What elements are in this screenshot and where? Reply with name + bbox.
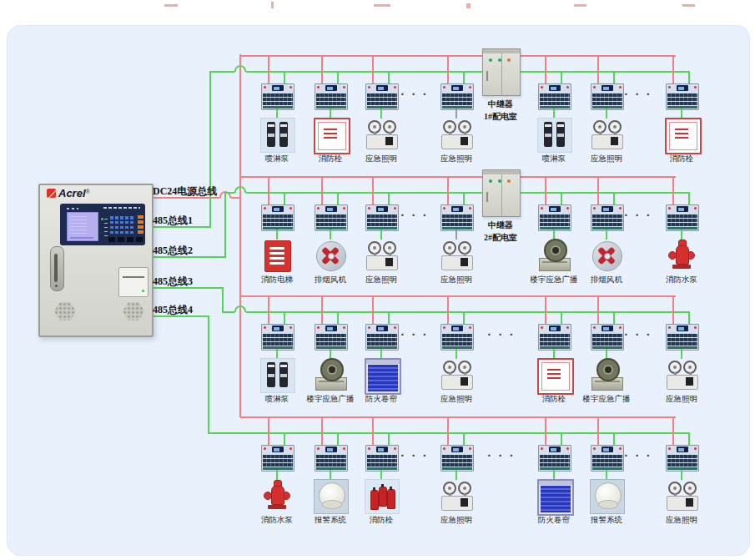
power-module: [440, 445, 474, 472]
ellipsis: · · ·: [620, 448, 657, 462]
green-drop-line: [463, 311, 465, 324]
power-module: [538, 324, 571, 351]
panel-title-text: [103, 207, 140, 209]
repeater-room-label: 2#配电室: [464, 232, 537, 244]
green-drop-line: [561, 71, 562, 83]
red-drop-line: [321, 55, 323, 83]
red-drop-line: [372, 416, 374, 445]
power-module: [666, 83, 699, 110]
screen-artifact: [271, 2, 274, 8]
red-drop-line: [672, 55, 674, 83]
screen-artifact: [164, 4, 178, 7]
acrel-logo: Acrel ®: [47, 189, 90, 200]
diagram-canvas: 喷淋泵消防栓应急照明应急照明喷淋泵应急照明消防栓· · ·· · ·中继器1#配…: [0, 0, 755, 560]
power-module: [261, 445, 294, 472]
printer-slot: [123, 276, 144, 278]
device-label: 防火卷帘: [344, 394, 419, 405]
power-module: [538, 83, 571, 110]
vent-grille: [123, 302, 144, 320]
green-drop-line: [337, 311, 339, 324]
red-drop-line: [545, 176, 546, 204]
screen-artifact: [574, 4, 586, 7]
em-light-icon: [665, 479, 698, 512]
em-light-icon: [665, 358, 698, 391]
lcd-text-lines: [70, 215, 87, 234]
em-light-icon: [440, 358, 473, 391]
device-label: 排烟风机: [569, 275, 644, 285]
device-label: 应急照明: [419, 275, 494, 285]
acrel-logo-icon: [47, 189, 56, 198]
green-drop-line: [388, 192, 390, 204]
repeater-cabinet: [482, 48, 521, 96]
red-drop-line: [597, 55, 599, 83]
power-module: [591, 204, 624, 231]
em-light-icon: [365, 239, 398, 272]
lcd-footer-line: [70, 237, 93, 239]
speaker-icon: [537, 239, 571, 272]
em-light-icon: [440, 479, 473, 512]
extinguisher-icon: [365, 479, 400, 514]
dc24-bus-line: [231, 197, 241, 199]
red-drop-line: [268, 295, 269, 324]
power-monitor-cabinet: Acrel ®: [38, 184, 154, 337]
screen-artifact: [466, 3, 471, 8]
shutter-icon: [537, 479, 574, 516]
green-drop-line: [284, 432, 285, 445]
panel-face-marks: [67, 208, 78, 209]
water-pump-icon: [260, 479, 294, 512]
lcd-screen: [67, 212, 98, 241]
power-module: [315, 204, 348, 231]
ellipsis: · · ·: [396, 87, 433, 101]
handle-slot: [54, 254, 58, 282]
brand-name: Acrel: [58, 189, 86, 199]
red-drop-line: [447, 416, 449, 445]
panel-face: [60, 204, 145, 245]
ellipsis: · · ·: [620, 327, 657, 341]
red-drop-line: [268, 176, 269, 204]
device-label: 报警系统: [569, 515, 644, 526]
hydrant-box-icon: [537, 358, 574, 395]
ellipsis: · · ·: [396, 448, 433, 462]
power-led: [101, 218, 103, 220]
green-drop-line: [561, 311, 562, 324]
power-module: [315, 83, 348, 110]
row-green-bus-line: [246, 192, 690, 194]
device-label: 应急照明: [644, 515, 719, 526]
indicator-labels: [104, 216, 108, 236]
green-drop-line: [284, 192, 285, 204]
bus-label-485-4: 485总线4: [153, 303, 193, 317]
pump-icon: [260, 358, 295, 393]
pump-icon: [537, 118, 572, 153]
green-drop-line: [463, 432, 465, 445]
green-drop-line: [337, 192, 339, 204]
red-drop-line: [321, 295, 323, 324]
green-drop-line: [613, 192, 615, 204]
red-drop-line: [597, 295, 599, 324]
device-label: 应急照明: [419, 154, 494, 164]
repeater-cabinet: [482, 169, 521, 217]
red-drop-line: [545, 416, 546, 445]
alarm-icon: [314, 479, 349, 514]
485-bus4-riser: [208, 315, 209, 434]
power-module: [666, 324, 699, 351]
vent-grille: [54, 302, 76, 320]
green-drop-line: [463, 192, 465, 204]
device-label: 应急照明: [569, 154, 644, 164]
speaker-icon: [314, 358, 347, 391]
green-drop-line: [284, 311, 285, 324]
printer-led: [142, 290, 144, 292]
printer-module: [118, 267, 148, 297]
red-drop-line: [597, 176, 599, 204]
green-drop-line: [561, 192, 562, 204]
red-drop-line: [447, 295, 449, 324]
red-drop-line: [372, 176, 374, 204]
device-label: 应急照明: [344, 275, 419, 285]
red-drop-line: [545, 55, 546, 83]
green-drop-line: [613, 432, 615, 445]
red-drop-line: [597, 416, 599, 445]
row-red-bus-line: [240, 295, 676, 297]
row-green-bus-line: [246, 311, 690, 313]
power-module: [365, 324, 399, 351]
device-label: 应急照明: [344, 154, 419, 164]
device-label: 消防栓: [644, 154, 719, 164]
